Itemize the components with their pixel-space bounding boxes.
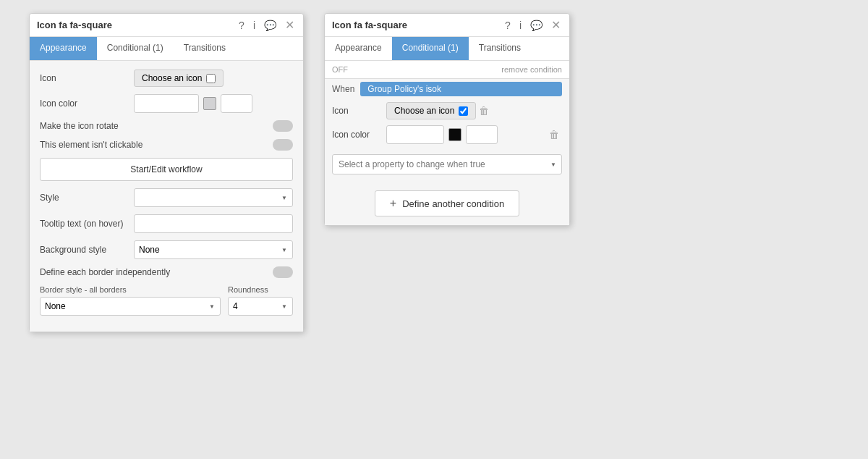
icon-color-label: Icon color [40,98,134,109]
background-style-wrapper: None [134,240,293,259]
help-icon[interactable]: ? [237,20,246,31]
icon-checkbox[interactable] [206,74,216,83]
background-style-label: Background style [40,245,134,255]
workflow-button[interactable]: Start/Edit workflow [40,158,293,181]
condition-badge[interactable]: Group Policy's isok [360,82,562,96]
background-style-select[interactable]: None [134,240,293,259]
left-panel-icons: ? i 💬 ✕ [237,18,296,32]
property-select-wrapper: Select a property to change when true [332,154,562,174]
roundness-label: Roundness [228,285,293,294]
remove-condition-link[interactable]: remove condition [501,65,562,74]
right-close-icon[interactable]: ✕ [550,18,562,32]
right-panel-icons: ? i 💬 ✕ [503,18,562,32]
style-select[interactable] [134,188,293,207]
right-icon-delete[interactable]: 🗑 [476,105,492,117]
close-icon[interactable]: ✕ [284,18,296,32]
roundness-section: Roundness 4 [228,285,293,316]
define-condition-text: Define another condition [402,198,504,209]
roundness-select[interactable]: 4 [228,297,293,316]
right-icon-row: Icon Choose an icon 🗑 [325,102,569,119]
style-select-wrapper [134,188,293,207]
left-panel-title: Icon fa fa-square [37,20,237,30]
tooltip-label: Tooltip text (on hover) [40,219,134,229]
right-icon-color-swatch[interactable] [448,128,461,141]
conditional-header: OFF remove condition [325,61,569,79]
left-panel: Icon fa fa-square ? i 💬 ✕ Appearance Con… [29,13,304,332]
right-choose-icon-button[interactable]: Choose an icon [386,102,476,119]
left-panel-body: Icon Choose an icon Icon color #D2D2D4 1… [30,61,303,332]
right-panel-tabs: Appearance Conditional (1) Transitions [325,37,569,61]
border-style-section: Border style - all borders None [40,285,221,316]
border-style-label: Border style - all borders [40,285,221,294]
icon-color-input[interactable]: #D2D2D4 [134,94,199,113]
right-panel: Icon fa fa-square ? i 💬 ✕ Appearance Con… [324,13,570,226]
tab-appearance-right[interactable]: Appearance [325,37,392,60]
right-help-icon[interactable]: ? [503,20,512,31]
right-info-icon[interactable]: i [518,20,523,31]
when-row: When Group Policy's isok [325,79,569,102]
border-style-row: Border style - all borders None Roundnes… [40,285,293,316]
tab-conditional-right[interactable]: Conditional (1) [392,37,469,60]
border-independent-toggle[interactable] [273,266,293,278]
right-icon-color-label: Icon color [332,130,386,140]
icon-rotate-toggle[interactable] [273,120,293,132]
background-style-row: Background style None [40,240,293,259]
right-choose-icon-text: Choose an icon [394,106,454,116]
icon-rotate-row: Make the icon rotate [40,120,293,132]
choose-icon-button[interactable]: Choose an icon [134,70,224,87]
tab-transitions-left[interactable]: Transitions [174,37,236,60]
right-color-delete[interactable]: 🗑 [546,129,562,140]
element-clickable-label: This element isn't clickable [40,140,142,150]
property-select[interactable]: Select a property to change when true [332,154,562,174]
left-panel-header: Icon fa fa-square ? i 💬 ✕ [30,14,303,37]
when-label: When [332,84,354,94]
right-chat-icon[interactable]: 💬 [529,20,544,31]
style-row: Style [40,188,293,207]
icon-opacity-input[interactable]: 100 [221,94,252,113]
border-style-select[interactable]: None [40,297,221,316]
define-condition-button[interactable]: + Define another condition [375,190,519,216]
right-panel-header: Icon fa fa-square ? i 💬 ✕ [325,14,569,37]
icon-color-row: Icon color #D2D2D4 100 [40,94,293,113]
right-icon-color-controls: #0A0A0A 100 [386,125,546,144]
icon-color-controls: #D2D2D4 100 [134,94,293,113]
right-icon-label: Icon [332,106,386,116]
right-icon-color-input[interactable]: #0A0A0A [386,125,444,144]
element-clickable-row: This element isn't clickable [40,139,293,151]
define-condition-area: + Define another condition [325,185,569,225]
element-clickable-toggle[interactable] [273,139,293,151]
chat-icon[interactable]: 💬 [263,20,278,31]
icon-row: Icon Choose an icon [40,70,293,87]
icon-color-swatch[interactable] [203,97,216,110]
border-independent-row: Define each border independently [40,266,293,278]
right-panel-body: OFF remove condition When Group Policy's… [325,61,569,225]
info-icon[interactable]: i [252,20,257,31]
plus-icon: + [390,197,396,210]
right-icon-color-row: Icon color #0A0A0A 100 🗑 [325,125,569,144]
right-panel-title: Icon fa fa-square [332,20,503,30]
tooltip-row: Tooltip text (on hover) [40,214,293,233]
property-select-row: Select a property to change when true [325,150,569,179]
roundness-select-wrapper: 4 [228,297,293,316]
border-independent-label: Define each border independently [40,267,170,277]
choose-icon-text: Choose an icon [142,73,202,83]
tab-conditional-left[interactable]: Conditional (1) [97,37,174,60]
icon-rotate-label: Make the icon rotate [40,121,119,131]
left-panel-tabs: Appearance Conditional (1) Transitions [30,37,303,61]
off-badge: OFF [332,65,348,74]
border-style-select-wrapper: None [40,297,221,316]
style-label: Style [40,193,134,203]
tab-transitions-right[interactable]: Transitions [469,37,531,60]
icon-label: Icon [40,73,134,83]
tooltip-input[interactable] [134,214,293,233]
right-icon-checkbox[interactable] [459,106,468,116]
tab-appearance-left[interactable]: Appearance [30,37,97,60]
right-icon-opacity-input[interactable]: 100 [466,125,498,144]
